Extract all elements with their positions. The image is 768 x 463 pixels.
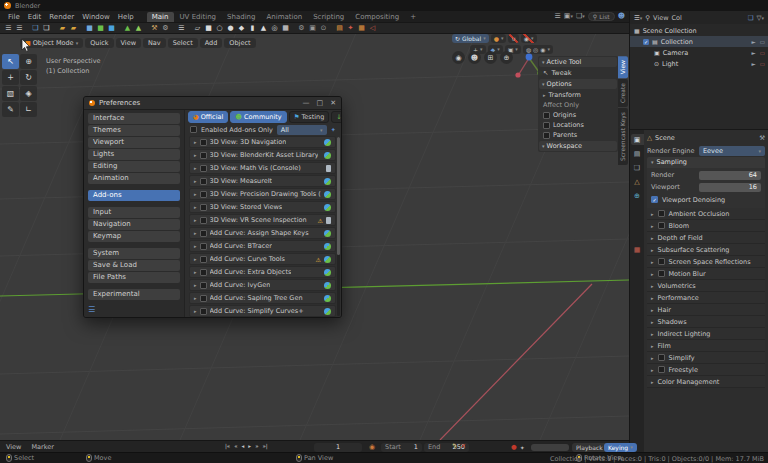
expand-icon[interactable]: ▸ xyxy=(194,217,197,223)
render-section-row[interactable]: ▸ Motion Blur xyxy=(647,268,765,280)
tab-official[interactable]: ◕Official xyxy=(188,111,228,123)
render-section-row[interactable]: ▸ Film xyxy=(647,340,765,352)
preferences-sidebar-item[interactable]: Interface xyxy=(88,113,180,124)
workspace-tab[interactable]: Compositing xyxy=(350,12,404,22)
addon-enable-checkbox[interactable] xyxy=(200,230,207,237)
render-section-row[interactable]: ▸ Freestyle xyxy=(647,364,765,376)
preferences-sidebar-item[interactable]: System xyxy=(88,248,180,259)
preferences-titlebar[interactable]: Preferences — □ ✕ xyxy=(84,97,341,110)
gears-icon[interactable]: ⚙ xyxy=(296,23,307,33)
move-tool[interactable]: + xyxy=(2,70,19,85)
editor-type-icon[interactable]: ☰▾ xyxy=(634,14,642,22)
section-checkbox[interactable] xyxy=(658,270,665,277)
render-section-row[interactable]: ▸ Performance xyxy=(647,292,765,304)
visibility-toggle-icon[interactable]: ▭ xyxy=(760,39,765,45)
render-section-row[interactable]: ▸ Indirect Lighting xyxy=(647,328,765,340)
transform-orientation-dropdown[interactable]: ↻Global▾ xyxy=(452,34,489,43)
keying-slider[interactable] xyxy=(531,444,569,451)
section-checkbox[interactable] xyxy=(658,258,665,265)
light-row[interactable]: ✓ ⊙ Light ► ▭ xyxy=(630,58,768,69)
viewport-menu-item[interactable]: Object xyxy=(224,38,255,48)
scene-collection-row[interactable]: ✓ ▦ Scene Collection xyxy=(630,25,768,36)
menu-item[interactable]: Help xyxy=(114,12,138,22)
enabled-addons-only-checkbox[interactable] xyxy=(190,126,197,133)
menu-icon[interactable]: ☰ xyxy=(3,23,14,33)
tool-settings-icon[interactable]: ⚒ xyxy=(759,134,765,142)
viewport-menu-item[interactable]: Quick xyxy=(85,38,113,48)
sampling-section-header[interactable]: ▾Sampling xyxy=(647,157,765,168)
light-icon[interactable]: ⊙ xyxy=(318,23,329,33)
menu-item[interactable]: File xyxy=(4,12,24,22)
play-button[interactable]: ▸ xyxy=(247,442,252,451)
pan-view-button[interactable]: ⊞ xyxy=(484,51,497,64)
cursor-tool[interactable]: ⊕ xyxy=(20,54,37,69)
keying-set-icon[interactable]: ✦ xyxy=(520,444,525,451)
select-toggle-icon[interactable]: ► xyxy=(752,61,756,67)
preferences-sidebar-item[interactable]: Input xyxy=(88,207,180,218)
preferences-sidebar-item[interactable]: Experimental xyxy=(88,289,180,300)
addon-enable-checkbox[interactable] xyxy=(200,152,207,159)
3d-viewport[interactable]: ■ Object Mode▾ QuickViewNavSelectAddObje… xyxy=(0,34,629,440)
append-icon[interactable]: ■ xyxy=(106,23,117,33)
addon-row[interactable]: ▸ 3D View: 3D Navigation ⚠ xyxy=(189,136,336,148)
output-properties-tab[interactable]: ▤ xyxy=(631,148,644,159)
addon-row[interactable]: ▸ 3D View: Math Vis (Console) ⚠ xyxy=(189,162,336,174)
outliner-view-menu[interactable]: View xyxy=(653,14,668,22)
keying-dropdown[interactable]: Keying▾ xyxy=(604,443,637,452)
addon-enable-checkbox[interactable] xyxy=(200,295,207,302)
transform-tool[interactable]: ◈ xyxy=(20,86,37,101)
expand-icon[interactable]: ▸ xyxy=(194,256,197,262)
viewport-menu-item[interactable]: Select xyxy=(168,38,198,48)
section-checkbox[interactable] xyxy=(658,222,665,229)
jump-to-end-button[interactable]: »| xyxy=(262,442,269,451)
world-properties-tab[interactable]: ⊕ xyxy=(631,190,644,201)
orbit-view-button[interactable]: ◉ xyxy=(452,51,465,64)
expand-icon[interactable]: ▸ xyxy=(194,282,197,288)
menu-item[interactable]: Edit xyxy=(24,12,46,22)
texture-properties-tab[interactable]: ▦ xyxy=(631,244,644,255)
scrollbar[interactable] xyxy=(337,137,340,316)
save-icon[interactable]: ■ xyxy=(84,23,95,33)
preferences-sidebar-item[interactable]: File Paths xyxy=(88,272,180,283)
expand-icon[interactable]: ▸ xyxy=(194,269,197,275)
addon-row[interactable]: ▸ Add Curve: Assign Shape Keys ⚠ xyxy=(189,227,336,239)
select-box-tool[interactable]: ↖ xyxy=(2,54,19,69)
preferences-sidebar-item[interactable]: Animation xyxy=(88,173,180,184)
pencil-icon[interactable]: ✎ xyxy=(452,442,457,450)
menu-item[interactable]: Render xyxy=(45,12,78,22)
preferences-sidebar-item[interactable]: Keymap xyxy=(88,231,180,242)
expand-icon[interactable]: ▸ xyxy=(194,308,197,314)
addon-row[interactable]: ▸ 3D View: BlenderKit Asset Library ⚠ xyxy=(189,149,336,161)
lattice-icon[interactable]: ▤ xyxy=(334,23,345,33)
render-section-row[interactable]: ▸ Simplify xyxy=(647,352,765,364)
checkbox[interactable] xyxy=(543,122,550,129)
new-collection-icon[interactable]: ❏ xyxy=(748,14,754,22)
folder-open-icon[interactable]: ▰ xyxy=(68,23,79,33)
new-file-icon[interactable]: ❏ xyxy=(30,23,41,33)
render-section-row[interactable]: ▸ Shadows xyxy=(647,316,765,328)
addon-row[interactable]: ▸ Add Curve: Simplify Curves+ ⚠ xyxy=(189,305,336,317)
tools-icon[interactable]: ⚒ xyxy=(149,23,160,33)
mesh-grid-icon[interactable]: ▦ xyxy=(280,23,291,33)
mesh-torus-icon[interactable]: ◎ xyxy=(269,23,280,33)
viewport-samples-field[interactable]: 16 xyxy=(699,183,761,192)
measure-tool[interactable]: ∟ xyxy=(20,102,37,117)
addon-enable-checkbox[interactable] xyxy=(200,282,207,289)
mesh-circle-icon[interactable]: ○ xyxy=(214,23,225,33)
outliner-filter-icon[interactable]: ▽▾ xyxy=(756,14,764,22)
annotate-tool[interactable]: ✎ xyxy=(2,102,19,117)
expand-icon[interactable]: ▸ xyxy=(194,243,197,249)
view-layer-properties-tab[interactable]: ❏ xyxy=(631,162,644,173)
mesh-cone-icon[interactable]: ▲ xyxy=(258,23,269,33)
workspace-tab[interactable]: + xyxy=(405,12,421,22)
workspace-tab[interactable]: Animation xyxy=(261,12,307,22)
jump-to-start-button[interactable]: |« xyxy=(224,442,231,451)
addon-enable-checkbox[interactable] xyxy=(200,178,207,185)
addon-row[interactable]: ▸ Add Curve: BTracer ⚠ xyxy=(189,240,336,252)
render-section-row[interactable]: ▸ Ambient Occlusion xyxy=(647,208,765,220)
expand-icon[interactable]: ▸ xyxy=(194,295,197,301)
visibility-toggle-icon[interactable]: ▭ xyxy=(760,61,765,67)
addon-enable-checkbox[interactable] xyxy=(200,139,207,146)
addon-enable-checkbox[interactable] xyxy=(200,256,207,263)
proportional-editing-toggle[interactable]: ◉▾ xyxy=(521,34,537,43)
